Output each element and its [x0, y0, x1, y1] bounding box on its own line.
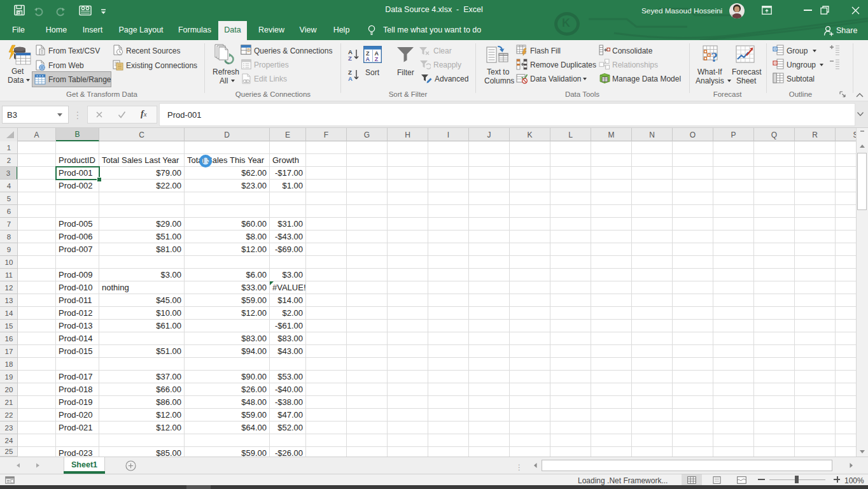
svg-text:A: A — [366, 56, 370, 62]
svg-text:Z: Z — [348, 55, 352, 61]
svg-text:A: A — [348, 75, 353, 82]
svg-text:Z: Z — [375, 56, 379, 62]
svg-text:?: ? — [711, 49, 718, 65]
svg-text:A: A — [375, 50, 379, 57]
svg-text:Z: Z — [366, 50, 370, 57]
